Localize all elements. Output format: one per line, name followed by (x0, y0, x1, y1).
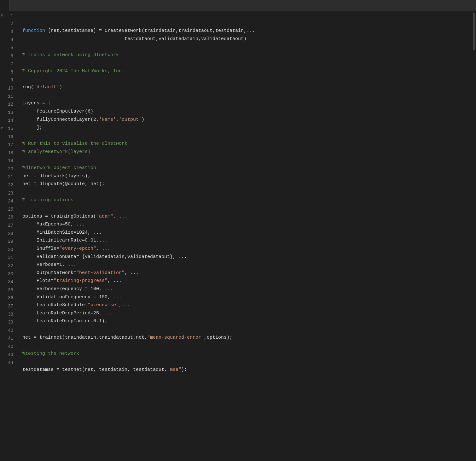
code-line-1: function [net,testdatamse] = CreateNetwo… (22, 27, 472, 35)
line-num-text-12: 12 (8, 101, 13, 108)
line-number-17: 17 (0, 141, 16, 149)
token-plain: , ... (96, 245, 110, 253)
line-number-15: ⊟15 (0, 125, 16, 133)
token-plain: ) (142, 116, 144, 124)
line-number-19: 19 (0, 157, 16, 165)
line-num-text-24: 24 (8, 198, 13, 205)
line-number-32: 32 (0, 262, 16, 270)
code-line-30: Verbose=1, ... (22, 261, 472, 269)
line-num-text-6: 6 (11, 53, 13, 60)
token-plain: options = trainingOptions( (22, 213, 96, 221)
token-plain: ) (59, 83, 62, 91)
code-line-25: MaxEpochs=50, ... (22, 220, 472, 229)
code-line-20: net = dlupdate(@double, net); (22, 180, 472, 188)
line-number-33: 33 (0, 270, 16, 278)
line-number-31: 31 (0, 254, 16, 262)
line-num-text-39: 39 (8, 319, 13, 326)
token-plain: ,... (119, 301, 130, 309)
line-number-40: 40 (0, 326, 16, 335)
line-number-26: 26 (0, 213, 16, 222)
token-plain: MaxEpochs=50, ... (22, 220, 85, 229)
token-comment: %testing the network (22, 350, 79, 358)
code-line-4: % trains a network using dlnetwork (22, 51, 472, 59)
code-line-19: net = dlnetwork(layers); (22, 172, 472, 180)
line-num-text-15: 15 (8, 125, 13, 132)
line-numbers: ⊟1234567891011121314⊟1516171819202122232… (0, 11, 19, 461)
tab-bar (0, 0, 476, 11)
fold-icon-15[interactable]: ⊟ (1, 126, 3, 131)
line-num-text-21: 21 (8, 173, 13, 180)
line-num-text-1: 1 (11, 12, 13, 19)
line-num-text-18: 18 (8, 149, 13, 156)
tab-createnetwork[interactable] (0, 0, 10, 11)
code-line-26: MiniBatchSize=1024, ... (22, 229, 472, 237)
token-comment: % trains a network using dlnetwork (22, 51, 119, 59)
code-line-27: InitialLearnRate=0.01,... (22, 236, 472, 245)
line-number-6: 6 (0, 52, 16, 60)
line-number-8: 8 (0, 68, 16, 76)
token-str: "training-progress" (54, 277, 107, 285)
line-num-text-42: 42 (8, 343, 13, 350)
token-plain: MiniBatchSize=1024, ... (22, 229, 102, 237)
line-number-39: 39 (0, 318, 16, 327)
new-tab-button[interactable] (10, 0, 19, 11)
line-num-text-10: 10 (8, 85, 13, 92)
token-str: 'output' (119, 116, 142, 124)
line-number-28: 28 (0, 230, 16, 238)
code-line-36: LearnRateDropPeriod=25, ... (22, 309, 472, 318)
token-plain: , ... (125, 269, 139, 277)
token-str: "every-epoch" (59, 245, 96, 253)
code-line-31: OutputNetwork="best-validation", ... (22, 269, 472, 277)
token-plain: LearnRateSchedule= (22, 301, 88, 309)
code-line-2: testdataout,validatedatain,validatedatao… (22, 35, 472, 43)
code-line-28: Shuffle="every-epoch", ... (22, 245, 472, 253)
line-num-text-29: 29 (8, 238, 13, 245)
line-num-text-32: 32 (8, 262, 13, 269)
line-number-11: 11 (0, 92, 16, 101)
line-num-text-23: 23 (8, 190, 13, 197)
token-kw: function (22, 27, 45, 35)
line-num-text-43: 43 (8, 351, 13, 358)
token-plain: LearnRateDropPeriod=25, ... (22, 309, 113, 318)
token-plain: VerboseFrequency = 100, ... (22, 285, 113, 293)
line-number-16: 16 (0, 133, 16, 141)
line-number-14: 14 (0, 117, 16, 125)
line-number-2: 2 (0, 20, 16, 28)
code-line-38 (22, 325, 472, 334)
token-plain: Plots= (22, 277, 54, 285)
line-number-43: 43 (0, 351, 16, 359)
scrollbar-thumb[interactable] (473, 13, 475, 50)
line-num-text-7: 7 (11, 61, 13, 67)
line-number-34: 34 (0, 278, 16, 286)
code-line-14 (22, 132, 472, 140)
line-number-4: 4 (0, 36, 16, 44)
code-line-23 (22, 204, 472, 213)
token-plain: fullyConnectedLayer(2, (22, 116, 99, 124)
token-plain: ValidationData= {validatedatain,validate… (22, 253, 187, 261)
code-line-35: LearnRateSchedule="piecewise",... (22, 301, 472, 309)
code-line-29: ValidationData= {validatedatain,validate… (22, 253, 472, 261)
token-comment: % Run this to visualise the dlnetwork (22, 140, 127, 148)
token-plain: LearnRateDropFactor=0.1); (22, 317, 107, 325)
line-num-text-2: 2 (11, 20, 13, 27)
code-area[interactable]: function [net,testdatamse] = CreateNetwo… (19, 11, 472, 461)
line-num-text-4: 4 (11, 36, 13, 43)
code-line-41: %testing the network (22, 350, 472, 358)
code-line-42 (22, 358, 472, 366)
scrollbar-track[interactable] (472, 11, 476, 461)
line-num-text-28: 28 (8, 230, 13, 237)
line-number-38: 38 (0, 310, 16, 318)
line-num-text-30: 30 (8, 246, 13, 253)
code-line-17 (22, 156, 472, 164)
line-num-text-35: 35 (8, 287, 13, 294)
token-comment: %dlnetwork object creation (22, 164, 96, 172)
line-number-18: 18 (0, 149, 16, 157)
line-num-text-41: 41 (8, 335, 13, 342)
line-num-text-34: 34 (8, 278, 13, 285)
fold-icon-1[interactable]: ⊟ (1, 13, 3, 18)
token-plain: , ... (113, 213, 127, 221)
token-plain: testdatamse = testnet(net, testdatain, t… (22, 366, 167, 374)
line-number-42: 42 (0, 342, 16, 351)
token-str: 'Name' (99, 116, 116, 124)
line-num-text-44: 44 (8, 359, 13, 366)
